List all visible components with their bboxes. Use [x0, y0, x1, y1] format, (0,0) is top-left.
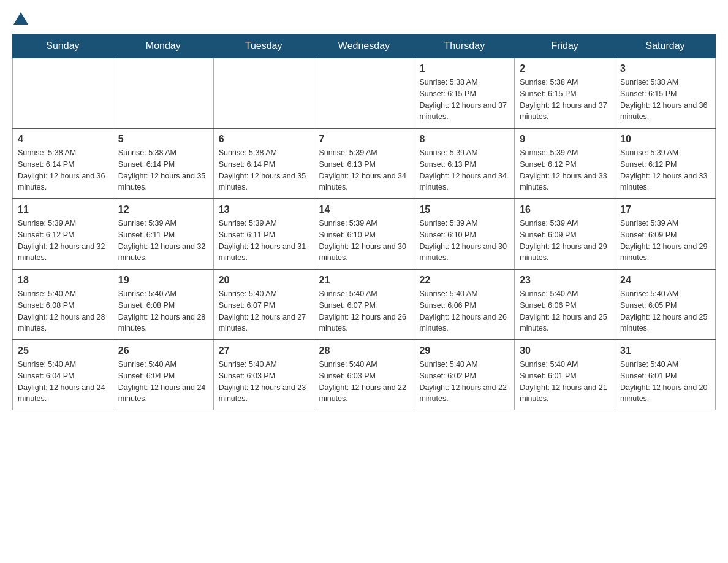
calendar-day-cell: 28Sunrise: 5:40 AM Sunset: 6:03 PM Dayli… [314, 340, 414, 410]
calendar-day-cell [213, 58, 314, 129]
calendar-header-row: SundayMondayTuesdayWednesdayThursdayFrid… [13, 34, 716, 58]
day-number: 3 [620, 63, 710, 74]
calendar-week-row: 18Sunrise: 5:40 AM Sunset: 6:08 PM Dayli… [13, 269, 716, 340]
day-info: Sunrise: 5:39 AM Sunset: 6:13 PM Dayligh… [319, 147, 409, 193]
day-number: 15 [419, 204, 509, 215]
day-info: Sunrise: 5:39 AM Sunset: 6:09 PM Dayligh… [520, 218, 610, 264]
calendar-day-cell: 1Sunrise: 5:38 AM Sunset: 6:15 PM Daylig… [414, 58, 515, 129]
calendar-day-cell: 6Sunrise: 5:38 AM Sunset: 6:14 PM Daylig… [213, 128, 314, 199]
day-info: Sunrise: 5:39 AM Sunset: 6:12 PM Dayligh… [520, 147, 610, 193]
calendar-day-cell: 21Sunrise: 5:40 AM Sunset: 6:07 PM Dayli… [314, 269, 414, 340]
calendar-day-cell: 20Sunrise: 5:40 AM Sunset: 6:07 PM Dayli… [213, 269, 314, 340]
calendar-day-cell: 2Sunrise: 5:38 AM Sunset: 6:15 PM Daylig… [515, 58, 615, 129]
day-info: Sunrise: 5:39 AM Sunset: 6:11 PM Dayligh… [219, 218, 309, 264]
day-number: 27 [219, 345, 309, 356]
calendar-day-cell: 25Sunrise: 5:40 AM Sunset: 6:04 PM Dayli… [13, 340, 113, 410]
day-number: 1 [419, 63, 509, 74]
calendar-table: SundayMondayTuesdayWednesdayThursdayFrid… [12, 34, 716, 410]
calendar-day-cell: 16Sunrise: 5:39 AM Sunset: 6:09 PM Dayli… [515, 199, 615, 269]
day-of-week-header: Monday [113, 34, 213, 58]
calendar-day-cell: 29Sunrise: 5:40 AM Sunset: 6:02 PM Dayli… [414, 340, 515, 410]
day-of-week-header: Wednesday [314, 34, 414, 58]
day-info: Sunrise: 5:40 AM Sunset: 6:06 PM Dayligh… [419, 288, 509, 334]
calendar-day-cell: 11Sunrise: 5:39 AM Sunset: 6:12 PM Dayli… [13, 199, 113, 269]
day-number: 18 [18, 275, 108, 286]
day-info: Sunrise: 5:40 AM Sunset: 6:03 PM Dayligh… [219, 359, 309, 405]
calendar-day-cell: 19Sunrise: 5:40 AM Sunset: 6:08 PM Dayli… [113, 269, 213, 340]
day-number: 12 [118, 204, 208, 215]
day-number: 11 [18, 204, 108, 215]
day-info: Sunrise: 5:39 AM Sunset: 6:10 PM Dayligh… [319, 218, 409, 264]
calendar-day-cell: 9Sunrise: 5:39 AM Sunset: 6:12 PM Daylig… [515, 128, 615, 199]
calendar-day-cell: 10Sunrise: 5:39 AM Sunset: 6:12 PM Dayli… [615, 128, 716, 199]
page-header [12, 12, 716, 25]
day-info: Sunrise: 5:39 AM Sunset: 6:12 PM Dayligh… [18, 218, 108, 264]
day-info: Sunrise: 5:40 AM Sunset: 6:07 PM Dayligh… [319, 288, 409, 334]
calendar-day-cell: 15Sunrise: 5:39 AM Sunset: 6:10 PM Dayli… [414, 199, 515, 269]
calendar-day-cell [113, 58, 213, 129]
logo-triangle-icon [13, 12, 28, 25]
calendar-day-cell: 17Sunrise: 5:39 AM Sunset: 6:09 PM Dayli… [615, 199, 716, 269]
day-info: Sunrise: 5:39 AM Sunset: 6:10 PM Dayligh… [419, 218, 509, 264]
day-info: Sunrise: 5:39 AM Sunset: 6:11 PM Dayligh… [118, 218, 208, 264]
day-number: 9 [520, 134, 610, 145]
day-info: Sunrise: 5:38 AM Sunset: 6:14 PM Dayligh… [219, 147, 309, 193]
calendar-day-cell: 3Sunrise: 5:38 AM Sunset: 6:15 PM Daylig… [615, 58, 716, 129]
day-info: Sunrise: 5:38 AM Sunset: 6:14 PM Dayligh… [18, 147, 108, 193]
calendar-day-cell [13, 58, 113, 129]
day-number: 28 [319, 345, 409, 356]
day-of-week-header: Saturday [615, 34, 716, 58]
day-number: 21 [319, 275, 409, 286]
day-number: 5 [118, 134, 208, 145]
day-info: Sunrise: 5:39 AM Sunset: 6:12 PM Dayligh… [620, 147, 710, 193]
calendar-day-cell: 31Sunrise: 5:40 AM Sunset: 6:01 PM Dayli… [615, 340, 716, 410]
day-number: 20 [219, 275, 309, 286]
day-info: Sunrise: 5:40 AM Sunset: 6:03 PM Dayligh… [319, 359, 409, 405]
calendar-day-cell: 27Sunrise: 5:40 AM Sunset: 6:03 PM Dayli… [213, 340, 314, 410]
day-info: Sunrise: 5:40 AM Sunset: 6:08 PM Dayligh… [118, 288, 208, 334]
day-number: 25 [18, 345, 108, 356]
day-number: 19 [118, 275, 208, 286]
calendar-day-cell: 26Sunrise: 5:40 AM Sunset: 6:04 PM Dayli… [113, 340, 213, 410]
calendar-day-cell: 30Sunrise: 5:40 AM Sunset: 6:01 PM Dayli… [515, 340, 615, 410]
day-number: 16 [520, 204, 610, 215]
day-number: 2 [520, 63, 610, 74]
day-of-week-header: Friday [515, 34, 615, 58]
calendar-day-cell [314, 58, 414, 129]
day-number: 14 [319, 204, 409, 215]
day-number: 30 [520, 345, 610, 356]
day-info: Sunrise: 5:40 AM Sunset: 6:08 PM Dayligh… [18, 288, 108, 334]
day-number: 4 [18, 134, 108, 145]
calendar-day-cell: 23Sunrise: 5:40 AM Sunset: 6:06 PM Dayli… [515, 269, 615, 340]
day-number: 24 [620, 275, 710, 286]
calendar-day-cell: 18Sunrise: 5:40 AM Sunset: 6:08 PM Dayli… [13, 269, 113, 340]
day-number: 29 [419, 345, 509, 356]
day-number: 7 [319, 134, 409, 145]
calendar-week-row: 4Sunrise: 5:38 AM Sunset: 6:14 PM Daylig… [13, 128, 716, 199]
day-info: Sunrise: 5:40 AM Sunset: 6:06 PM Dayligh… [520, 288, 610, 334]
day-info: Sunrise: 5:39 AM Sunset: 6:13 PM Dayligh… [419, 147, 509, 193]
day-info: Sunrise: 5:40 AM Sunset: 6:07 PM Dayligh… [219, 288, 309, 334]
calendar-week-row: 11Sunrise: 5:39 AM Sunset: 6:12 PM Dayli… [13, 199, 716, 269]
calendar-day-cell: 7Sunrise: 5:39 AM Sunset: 6:13 PM Daylig… [314, 128, 414, 199]
logo [12, 12, 29, 25]
day-info: Sunrise: 5:40 AM Sunset: 6:01 PM Dayligh… [520, 359, 610, 405]
day-info: Sunrise: 5:40 AM Sunset: 6:05 PM Dayligh… [620, 288, 710, 334]
calendar-day-cell: 5Sunrise: 5:38 AM Sunset: 6:14 PM Daylig… [113, 128, 213, 199]
day-info: Sunrise: 5:40 AM Sunset: 6:01 PM Dayligh… [620, 359, 710, 405]
calendar-day-cell: 24Sunrise: 5:40 AM Sunset: 6:05 PM Dayli… [615, 269, 716, 340]
calendar-day-cell: 4Sunrise: 5:38 AM Sunset: 6:14 PM Daylig… [13, 128, 113, 199]
calendar-day-cell: 22Sunrise: 5:40 AM Sunset: 6:06 PM Dayli… [414, 269, 515, 340]
calendar-day-cell: 12Sunrise: 5:39 AM Sunset: 6:11 PM Dayli… [113, 199, 213, 269]
day-info: Sunrise: 5:40 AM Sunset: 6:04 PM Dayligh… [18, 359, 108, 405]
calendar-day-cell: 8Sunrise: 5:39 AM Sunset: 6:13 PM Daylig… [414, 128, 515, 199]
calendar-week-row: 1Sunrise: 5:38 AM Sunset: 6:15 PM Daylig… [13, 58, 716, 129]
day-number: 26 [118, 345, 208, 356]
day-info: Sunrise: 5:38 AM Sunset: 6:15 PM Dayligh… [620, 77, 710, 123]
day-number: 6 [219, 134, 309, 145]
day-of-week-header: Thursday [414, 34, 515, 58]
day-number: 17 [620, 204, 710, 215]
day-info: Sunrise: 5:38 AM Sunset: 6:15 PM Dayligh… [419, 77, 509, 123]
day-info: Sunrise: 5:40 AM Sunset: 6:04 PM Dayligh… [118, 359, 208, 405]
calendar-week-row: 25Sunrise: 5:40 AM Sunset: 6:04 PM Dayli… [13, 340, 716, 410]
